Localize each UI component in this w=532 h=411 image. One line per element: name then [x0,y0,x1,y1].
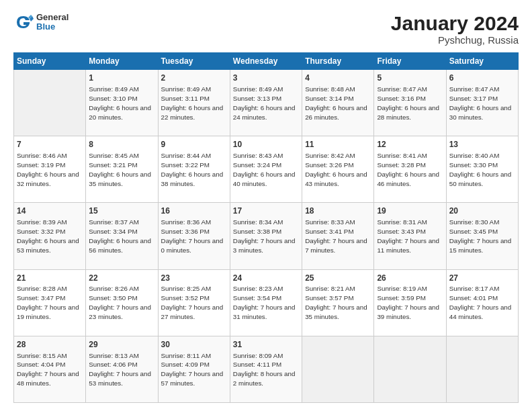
cell-info: Sunrise: 8:15 AM Sunset: 4:04 PM Dayligh… [17,351,83,389]
cell-info: Sunrise: 8:23 AM Sunset: 3:54 PM Dayligh… [233,284,299,322]
day-number: 2 [161,73,227,84]
day-number: 3 [233,73,299,84]
day-number: 11 [305,139,371,150]
day-number: 5 [377,73,443,84]
logo-icon [13,12,34,32]
day-number: 28 [17,339,83,351]
calendar-cell: 14Sunrise: 8:39 AM Sunset: 3:32 PM Dayli… [14,203,86,269]
cell-info: Sunrise: 8:47 AM Sunset: 3:17 PM Dayligh… [449,85,515,122]
day-number: 23 [161,273,227,284]
cell-info: Sunrise: 8:34 AM Sunset: 3:38 PM Dayligh… [233,218,299,255]
calendar-cell: 7Sunrise: 8:46 AM Sunset: 3:19 PM Daylig… [14,136,86,203]
cell-info: Sunrise: 8:49 AM Sunset: 3:11 PM Dayligh… [161,85,227,122]
weekday-header: Tuesday [158,53,230,70]
cell-info: Sunrise: 8:43 AM Sunset: 3:24 PM Dayligh… [233,151,299,189]
cell-info: Sunrise: 8:46 AM Sunset: 3:19 PM Dayligh… [17,151,83,189]
calendar-table: SundayMondayTuesdayWednesdayThursdayFrid… [13,52,519,403]
calendar-cell: 9Sunrise: 8:44 AM Sunset: 3:22 PM Daylig… [158,136,230,203]
calendar-cell: 17Sunrise: 8:34 AM Sunset: 3:38 PM Dayli… [230,203,302,269]
logo: General Blue [13,12,69,32]
calendar-cell: 28Sunrise: 8:15 AM Sunset: 4:04 PM Dayli… [14,336,86,402]
cell-info: Sunrise: 8:13 AM Sunset: 4:06 PM Dayligh… [89,351,154,389]
calendar-cell: 24Sunrise: 8:23 AM Sunset: 3:54 PM Dayli… [230,269,302,336]
cell-info: Sunrise: 8:48 AM Sunset: 3:14 PM Dayligh… [305,85,371,122]
calendar-week-row: 7Sunrise: 8:46 AM Sunset: 3:19 PM Daylig… [14,136,519,203]
calendar-week-row: 21Sunrise: 8:28 AM Sunset: 3:47 PM Dayli… [14,269,519,336]
day-number: 29 [89,339,154,351]
cell-info: Sunrise: 8:37 AM Sunset: 3:34 PM Dayligh… [89,218,154,255]
calendar-cell: 31Sunrise: 8:09 AM Sunset: 4:11 PM Dayli… [230,336,302,402]
page-title: January 2024 [391,12,519,34]
calendar-cell [302,336,374,402]
day-number: 18 [305,205,371,217]
cell-info: Sunrise: 8:30 AM Sunset: 3:45 PM Dayligh… [449,218,515,255]
weekday-header: Friday [374,53,446,70]
calendar-cell: 8Sunrise: 8:45 AM Sunset: 3:21 PM Daylig… [86,136,158,203]
day-number: 20 [449,205,515,217]
cell-info: Sunrise: 8:33 AM Sunset: 3:41 PM Dayligh… [305,218,371,255]
cell-info: Sunrise: 8:42 AM Sunset: 3:26 PM Dayligh… [305,151,371,189]
day-number: 21 [17,273,83,284]
day-number: 1 [89,73,154,84]
weekday-header: Saturday [446,53,518,70]
page-header: General Blue January 2024 Pyshchug, Russ… [13,12,519,46]
calendar-cell: 2Sunrise: 8:49 AM Sunset: 3:11 PM Daylig… [158,70,230,136]
cell-info: Sunrise: 8:45 AM Sunset: 3:21 PM Dayligh… [89,151,154,189]
day-number: 4 [305,73,371,84]
cell-info: Sunrise: 8:31 AM Sunset: 3:43 PM Dayligh… [377,218,443,255]
calendar-cell: 23Sunrise: 8:25 AM Sunset: 3:52 PM Dayli… [158,269,230,336]
calendar-cell: 27Sunrise: 8:17 AM Sunset: 4:01 PM Dayli… [446,269,518,336]
cell-info: Sunrise: 8:47 AM Sunset: 3:16 PM Dayligh… [377,85,443,122]
calendar-cell: 6Sunrise: 8:47 AM Sunset: 3:17 PM Daylig… [446,70,518,136]
day-number: 31 [233,339,299,351]
day-number: 24 [233,273,299,284]
day-number: 8 [89,139,154,150]
day-number: 9 [161,139,227,150]
calendar-week-row: 14Sunrise: 8:39 AM Sunset: 3:32 PM Dayli… [14,203,519,269]
weekday-header: Monday [86,53,158,70]
cell-info: Sunrise: 8:28 AM Sunset: 3:47 PM Dayligh… [17,284,83,322]
calendar-cell: 10Sunrise: 8:43 AM Sunset: 3:24 PM Dayli… [230,136,302,203]
calendar-cell: 30Sunrise: 8:11 AM Sunset: 4:09 PM Dayli… [158,336,230,402]
cell-info: Sunrise: 8:26 AM Sunset: 3:50 PM Dayligh… [89,284,154,322]
day-number: 13 [449,139,515,150]
cell-info: Sunrise: 8:25 AM Sunset: 3:52 PM Dayligh… [161,284,227,322]
calendar-week-row: 28Sunrise: 8:15 AM Sunset: 4:04 PM Dayli… [14,336,519,402]
calendar-cell: 21Sunrise: 8:28 AM Sunset: 3:47 PM Dayli… [14,269,86,336]
calendar-cell: 12Sunrise: 8:41 AM Sunset: 3:28 PM Dayli… [374,136,446,203]
weekday-header: Wednesday [230,53,302,70]
calendar-cell: 1Sunrise: 8:49 AM Sunset: 3:10 PM Daylig… [86,70,158,136]
calendar-cell: 4Sunrise: 8:48 AM Sunset: 3:14 PM Daylig… [302,70,374,136]
logo-line2: Blue [36,22,69,32]
day-number: 10 [233,139,299,150]
title-block: January 2024 Pyshchug, Russia [391,12,519,46]
calendar-cell [446,336,518,402]
cell-info: Sunrise: 8:40 AM Sunset: 3:30 PM Dayligh… [449,151,515,189]
calendar-cell: 25Sunrise: 8:21 AM Sunset: 3:57 PM Dayli… [302,269,374,336]
day-number: 17 [233,205,299,217]
calendar-cell [374,336,446,402]
calendar-cell: 19Sunrise: 8:31 AM Sunset: 3:43 PM Dayli… [374,203,446,269]
calendar-cell: 3Sunrise: 8:49 AM Sunset: 3:13 PM Daylig… [230,70,302,136]
day-number: 22 [89,273,154,284]
cell-info: Sunrise: 8:09 AM Sunset: 4:11 PM Dayligh… [233,351,299,389]
cell-info: Sunrise: 8:44 AM Sunset: 3:22 PM Dayligh… [161,151,227,189]
weekday-header: Thursday [302,53,374,70]
day-number: 27 [449,273,515,284]
calendar-cell: 20Sunrise: 8:30 AM Sunset: 3:45 PM Dayli… [446,203,518,269]
calendar-cell: 5Sunrise: 8:47 AM Sunset: 3:16 PM Daylig… [374,70,446,136]
calendar-cell: 26Sunrise: 8:19 AM Sunset: 3:59 PM Dayli… [374,269,446,336]
day-number: 6 [449,73,515,84]
calendar-cell: 29Sunrise: 8:13 AM Sunset: 4:06 PM Dayli… [86,336,158,402]
calendar-cell: 16Sunrise: 8:36 AM Sunset: 3:36 PM Dayli… [158,203,230,269]
cell-info: Sunrise: 8:19 AM Sunset: 3:59 PM Dayligh… [377,284,443,322]
day-number: 26 [377,273,443,284]
cell-info: Sunrise: 8:49 AM Sunset: 3:10 PM Dayligh… [89,85,154,122]
day-number: 14 [17,205,83,217]
logo-line1: General [36,13,69,22]
cell-info: Sunrise: 8:36 AM Sunset: 3:36 PM Dayligh… [161,218,227,255]
day-number: 7 [17,139,83,150]
cell-info: Sunrise: 8:21 AM Sunset: 3:57 PM Dayligh… [305,284,371,322]
calendar-cell: 15Sunrise: 8:37 AM Sunset: 3:34 PM Dayli… [86,203,158,269]
calendar-cell: 13Sunrise: 8:40 AM Sunset: 3:30 PM Dayli… [446,136,518,203]
